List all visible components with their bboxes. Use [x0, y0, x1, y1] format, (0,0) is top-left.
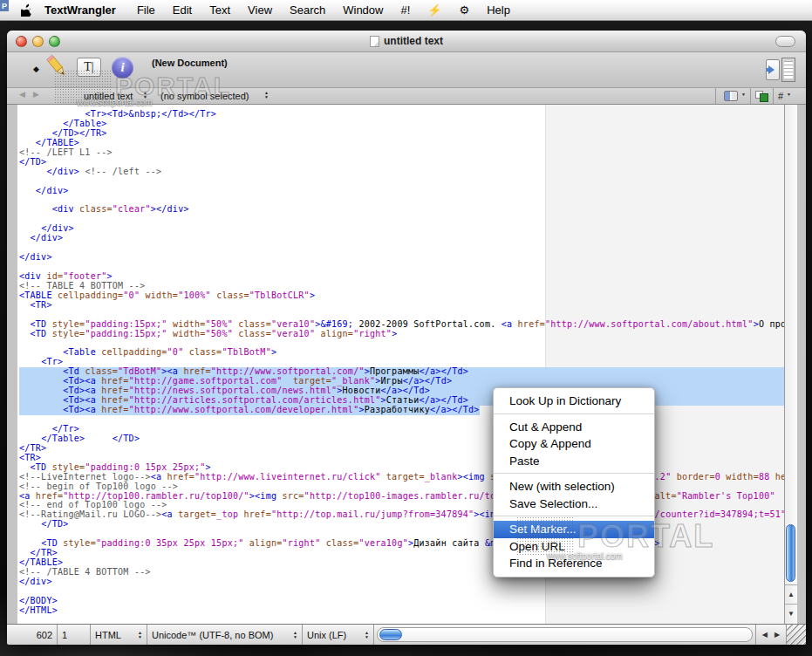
code-line: </div> — [19, 224, 784, 234]
menu-items: TextWranglerFileEditTextViewSearchWindow… — [36, 0, 519, 20]
navigation-bar: ◀ ▶ untitled text ▲▼ (no symbol selected… — [7, 88, 806, 105]
menu-search[interactable]: Search — [281, 0, 334, 20]
document-list-icon — [781, 58, 795, 82]
nav-forward-icon[interactable]: ▶ — [33, 90, 39, 99]
code-line — [19, 415, 784, 425]
menu-separator — [494, 473, 654, 474]
title-wrap: untitled text — [7, 35, 806, 47]
code-line: </div> — [19, 577, 784, 587]
statusbar-pad — [7, 625, 19, 645]
line-endings-popup[interactable]: Unix (LF)▲▼ — [303, 625, 374, 645]
code-line: </div> — [19, 187, 784, 196]
code-line: <Td><a href="http://www.softportal.com/d… — [19, 406, 784, 415]
code-line: </div> — [19, 234, 784, 243]
symbol-popup-arrows-icon[interactable]: ▲▼ — [264, 91, 269, 99]
title-bar[interactable]: untitled text — [7, 31, 806, 52]
apple-menu-icon[interactable] — [21, 3, 32, 17]
context-menu-item[interactable]: Open URL — [494, 538, 654, 556]
context-menu-item[interactable]: Save Selection... — [494, 495, 654, 513]
code-line — [19, 243, 784, 253]
editor-area: <Tr><Td>&nbsp;</Td></Tr> </Table> </TD><… — [17, 105, 797, 624]
context-menu-item[interactable]: Copy & Append — [494, 435, 654, 453]
info-icon[interactable]: i — [112, 57, 133, 79]
encoding-popup[interactable]: Unicode™ (UTF-8, no BOM)▲▼ — [147, 625, 303, 645]
hash-popup-arrow-icon[interactable]: ▼ — [787, 92, 791, 97]
code-line: </TD></TR> — [19, 129, 784, 139]
language-popup[interactable]: HTML▲▼ — [91, 625, 147, 645]
popup-arrows-icon: ▲▼ — [365, 631, 369, 639]
menu-help[interactable]: Help — [478, 0, 519, 20]
code-line — [19, 263, 784, 272]
code-line: </div> — [19, 253, 784, 263]
code-line: <!-- /TABLE 4 BOTTOM --> — [19, 568, 784, 577]
code-line: </TD> — [19, 520, 784, 530]
menu-file[interactable]: File — [128, 0, 164, 20]
horizontal-scroll-buttons[interactable]: ◀ ▶ — [755, 625, 786, 645]
document-status-label: (New Document) — [152, 58, 228, 68]
toolbar-toggle-lozenge[interactable] — [775, 36, 795, 47]
code-line — [19, 587, 784, 597]
status-bar: 602 1 HTML▲▼ Unicode™ (UTF-8, no BOM)▲▼ … — [7, 624, 806, 645]
divider — [750, 88, 751, 104]
scroll-up-icon[interactable]: ▲ — [785, 584, 797, 605]
context-menu-item[interactable]: Find in Reference — [494, 555, 654, 572]
counterparts-icon[interactable] — [755, 91, 768, 102]
book-popup-arrow-icon[interactable]: ▼ — [741, 92, 746, 97]
code-lines: <Tr><Td>&nbsp;</Td></Tr> </Table> </TD><… — [17, 105, 784, 616]
unsaved-diamond-icon: ◆ — [33, 65, 39, 73]
menu-edit[interactable]: Edit — [164, 0, 201, 20]
code-line: </Table> — [19, 120, 784, 129]
code-line: <TABLE cellpadding="0" width="100%" clas… — [19, 291, 784, 301]
context-menu-item[interactable]: New (with selection) — [494, 478, 654, 495]
code-line — [19, 215, 784, 224]
menu-bar: P TextWranglerFileEditTextViewSearchWind… — [0, 0, 812, 21]
marker-hash-label[interactable]: # — [778, 91, 783, 101]
toolbar: ◆ T| i (New Document) — [7, 52, 806, 88]
scroll-right-icon[interactable]: ▶ — [774, 631, 780, 639]
watermark-p-badge: P — [0, 0, 9, 11]
menu-separator — [494, 516, 654, 516]
reference-book-icon[interactable] — [724, 91, 738, 101]
text-options-icon[interactable]: T| — [77, 58, 101, 77]
horizontal-scroll-thumb[interactable] — [379, 629, 402, 640]
resize-grip[interactable] — [786, 625, 806, 645]
menu-textwrangler[interactable]: TextWrangler — [36, 0, 128, 20]
code-line: <!-- /LEFT L1 --> — [19, 148, 784, 158]
code-line: </TABLE> — [19, 139, 784, 148]
line-number-cell: 602 — [19, 625, 58, 645]
pencil-icon[interactable] — [44, 54, 73, 89]
file-popup-arrows-icon[interactable]: ▲▼ — [143, 91, 147, 99]
gear-menu-icon[interactable]: ⚙ — [451, 0, 479, 20]
context-menu-item[interactable]: Set Marker... — [494, 521, 654, 538]
symbol-popup[interactable]: (no symbol selected) — [160, 91, 249, 101]
divider — [715, 88, 716, 104]
document-proxy-icon[interactable] — [370, 36, 379, 47]
scroll-left-icon[interactable]: ◀ — [762, 631, 768, 639]
sidebar-toggle-button[interactable] — [766, 56, 795, 84]
code-line: <TD style="padding:15px;" width="50%" cl… — [19, 330, 784, 339]
lightning-menu-icon[interactable]: ⚡ — [419, 0, 450, 20]
popup-arrows-icon: ▲▼ — [293, 631, 297, 639]
code-line: </TR> — [19, 549, 784, 558]
code-line: </div> <!-- /left --> — [19, 167, 784, 177]
vertical-scrollbar[interactable]: ▲ ▼ — [784, 105, 797, 624]
window-title: untitled text — [384, 35, 443, 47]
code-line: <Tr><Td>&nbsp;</Td></Tr> — [19, 110, 784, 120]
horizontal-scrollbar[interactable] — [377, 627, 753, 642]
menu-text[interactable]: Text — [201, 0, 239, 20]
context-menu-item[interactable]: Paste — [494, 453, 654, 470]
context-menu-item[interactable]: Look Up in Dictionary — [494, 393, 654, 410]
popup-arrows-icon: ▲▼ — [138, 631, 142, 639]
menu-view[interactable]: View — [239, 0, 281, 20]
code-line — [19, 177, 784, 187]
scroll-down-icon[interactable]: ▼ — [785, 604, 797, 624]
text-editor[interactable]: <Tr><Td>&nbsp;</Td></Tr> </Table> </TD><… — [17, 105, 784, 624]
file-popup[interactable]: untitled text — [84, 91, 133, 101]
vertical-scroll-thumb[interactable] — [786, 524, 795, 582]
code-line: </Table> </TD> — [19, 434, 784, 444]
nav-back-icon[interactable]: ◀ — [19, 90, 25, 99]
menu-window[interactable]: Window — [334, 0, 392, 20]
menu-shebang[interactable]: #! — [392, 0, 419, 20]
context-menu-item[interactable]: Cut & Append — [494, 419, 654, 436]
code-line: </HTML> — [19, 606, 784, 616]
